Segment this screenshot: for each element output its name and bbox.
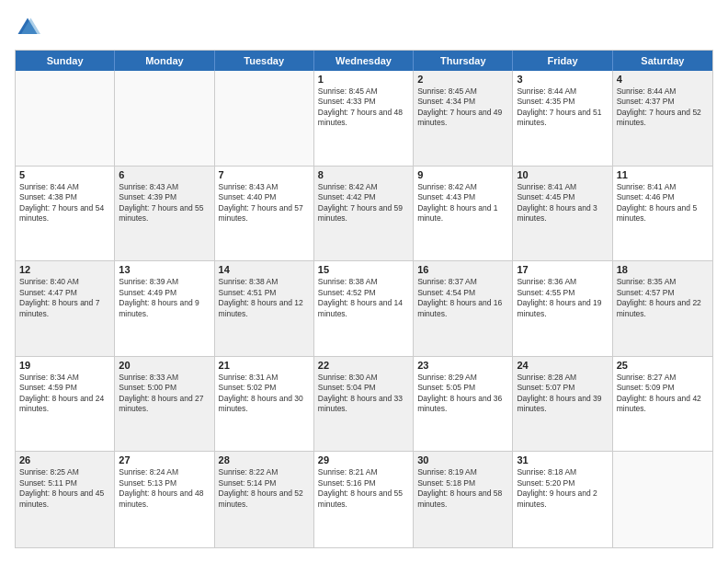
cell-info: Sunrise: 8:43 AM Sunset: 4:39 PM Dayligh…: [119, 182, 210, 224]
day-number: 31: [517, 454, 608, 465]
cell-info: Sunrise: 8:44 AM Sunset: 4:35 PM Dayligh…: [517, 86, 608, 129]
cell-info: Sunrise: 8:35 AM Sunset: 4:57 PM Dayligh…: [617, 277, 709, 319]
weekday-header: Wednesday: [314, 51, 414, 71]
day-number: 19: [19, 360, 110, 371]
calendar-header: SundayMondayTuesdayWednesdayThursdayFrid…: [16, 51, 712, 71]
calendar-cell: 8Sunrise: 8:42 AM Sunset: 4:42 PM Daylig…: [314, 167, 414, 261]
calendar-cell: 27Sunrise: 8:24 AM Sunset: 5:13 PM Dayli…: [115, 452, 214, 547]
calendar-cell: 12Sunrise: 8:40 AM Sunset: 4:47 PM Dayli…: [16, 261, 115, 356]
cell-info: Sunrise: 8:39 AM Sunset: 4:49 PM Dayligh…: [119, 277, 210, 319]
cell-info: Sunrise: 8:42 AM Sunset: 4:43 PM Dayligh…: [417, 182, 508, 224]
cell-info: Sunrise: 8:40 AM Sunset: 4:47 PM Dayligh…: [19, 277, 110, 319]
day-number: 22: [318, 360, 409, 371]
day-number: 16: [417, 264, 508, 275]
cell-info: Sunrise: 8:29 AM Sunset: 5:05 PM Dayligh…: [417, 373, 508, 415]
day-number: 2: [417, 74, 508, 85]
cell-info: Sunrise: 8:43 AM Sunset: 4:40 PM Dayligh…: [219, 182, 310, 224]
calendar-cell: 13Sunrise: 8:39 AM Sunset: 4:49 PM Dayli…: [115, 261, 214, 356]
day-number: 7: [219, 169, 310, 180]
calendar-cell: 28Sunrise: 8:22 AM Sunset: 5:14 PM Dayli…: [215, 452, 314, 547]
cell-info: Sunrise: 8:19 AM Sunset: 5:18 PM Dayligh…: [417, 467, 508, 510]
day-number: 1: [318, 74, 409, 85]
cell-info: Sunrise: 8:37 AM Sunset: 4:54 PM Dayligh…: [417, 277, 508, 319]
cell-info: Sunrise: 8:38 AM Sunset: 4:52 PM Dayligh…: [318, 277, 409, 319]
header: [15, 15, 713, 40]
cell-info: Sunrise: 8:36 AM Sunset: 4:55 PM Dayligh…: [517, 277, 608, 319]
logo-icon: [15, 15, 40, 40]
calendar-cell: 16Sunrise: 8:37 AM Sunset: 4:54 PM Dayli…: [414, 261, 513, 356]
calendar-cell: 6Sunrise: 8:43 AM Sunset: 4:39 PM Daylig…: [115, 167, 214, 261]
day-number: 3: [517, 74, 608, 85]
calendar-cell: 26Sunrise: 8:25 AM Sunset: 5:11 PM Dayli…: [16, 452, 115, 547]
day-number: 11: [617, 169, 709, 180]
day-number: 15: [318, 264, 409, 275]
day-number: 29: [318, 454, 409, 465]
weekday-header: Monday: [115, 51, 214, 71]
day-number: 5: [19, 169, 110, 180]
calendar-cell: 3Sunrise: 8:44 AM Sunset: 4:35 PM Daylig…: [513, 71, 612, 166]
cell-info: Sunrise: 8:34 AM Sunset: 4:59 PM Dayligh…: [19, 373, 110, 415]
calendar-week: 26Sunrise: 8:25 AM Sunset: 5:11 PM Dayli…: [16, 452, 712, 547]
day-number: 13: [119, 264, 210, 275]
weekday-header: Thursday: [414, 51, 513, 71]
calendar-cell: 18Sunrise: 8:35 AM Sunset: 4:57 PM Dayli…: [613, 261, 712, 356]
cell-info: Sunrise: 8:25 AM Sunset: 5:11 PM Dayligh…: [19, 467, 110, 510]
cell-info: Sunrise: 8:41 AM Sunset: 4:45 PM Dayligh…: [517, 182, 608, 224]
day-number: 26: [19, 454, 110, 465]
cell-info: Sunrise: 8:22 AM Sunset: 5:14 PM Dayligh…: [219, 467, 310, 510]
calendar-cell: 22Sunrise: 8:30 AM Sunset: 5:04 PM Dayli…: [314, 357, 414, 452]
weekday-header: Friday: [513, 51, 612, 71]
calendar-cell: 1Sunrise: 8:45 AM Sunset: 4:33 PM Daylig…: [314, 71, 414, 166]
day-number: 12: [19, 264, 110, 275]
day-number: 28: [219, 454, 310, 465]
calendar-cell: 10Sunrise: 8:41 AM Sunset: 4:45 PM Dayli…: [513, 167, 612, 261]
cell-info: Sunrise: 8:38 AM Sunset: 4:51 PM Dayligh…: [219, 277, 310, 319]
calendar-body: 1Sunrise: 8:45 AM Sunset: 4:33 PM Daylig…: [16, 71, 712, 547]
calendar-cell: 25Sunrise: 8:27 AM Sunset: 5:09 PM Dayli…: [613, 357, 712, 452]
calendar: SundayMondayTuesdayWednesdayThursdayFrid…: [15, 50, 713, 548]
calendar-cell: 15Sunrise: 8:38 AM Sunset: 4:52 PM Dayli…: [314, 261, 414, 356]
calendar-cell: 19Sunrise: 8:34 AM Sunset: 4:59 PM Dayli…: [16, 357, 115, 452]
cell-info: Sunrise: 8:28 AM Sunset: 5:07 PM Dayligh…: [517, 373, 608, 415]
logo: [15, 15, 44, 40]
cell-info: Sunrise: 8:27 AM Sunset: 5:09 PM Dayligh…: [617, 373, 709, 415]
calendar-cell: [115, 71, 214, 166]
cell-info: Sunrise: 8:21 AM Sunset: 5:16 PM Dayligh…: [318, 467, 409, 510]
calendar-week: 1Sunrise: 8:45 AM Sunset: 4:33 PM Daylig…: [16, 71, 712, 167]
calendar-week: 12Sunrise: 8:40 AM Sunset: 4:47 PM Dayli…: [16, 261, 712, 357]
calendar-cell: 20Sunrise: 8:33 AM Sunset: 5:00 PM Dayli…: [115, 357, 214, 452]
calendar-cell: 4Sunrise: 8:44 AM Sunset: 4:37 PM Daylig…: [613, 71, 712, 166]
day-number: 21: [219, 360, 310, 371]
calendar-cell: 2Sunrise: 8:45 AM Sunset: 4:34 PM Daylig…: [414, 71, 513, 166]
weekday-header: Tuesday: [215, 51, 314, 71]
cell-info: Sunrise: 8:44 AM Sunset: 4:38 PM Dayligh…: [19, 182, 110, 224]
cell-info: Sunrise: 8:45 AM Sunset: 4:34 PM Dayligh…: [417, 86, 508, 129]
calendar-cell: 30Sunrise: 8:19 AM Sunset: 5:18 PM Dayli…: [414, 452, 513, 547]
day-number: 30: [417, 454, 508, 465]
page: SundayMondayTuesdayWednesdayThursdayFrid…: [0, 0, 728, 563]
day-number: 4: [617, 74, 709, 85]
cell-info: Sunrise: 8:31 AM Sunset: 5:02 PM Dayligh…: [219, 373, 310, 415]
cell-info: Sunrise: 8:24 AM Sunset: 5:13 PM Dayligh…: [119, 467, 210, 510]
day-number: 14: [219, 264, 310, 275]
calendar-cell: 11Sunrise: 8:41 AM Sunset: 4:46 PM Dayli…: [613, 167, 712, 261]
cell-info: Sunrise: 8:41 AM Sunset: 4:46 PM Dayligh…: [617, 182, 709, 224]
day-number: 25: [617, 360, 709, 371]
calendar-cell: 14Sunrise: 8:38 AM Sunset: 4:51 PM Dayli…: [215, 261, 314, 356]
cell-info: Sunrise: 8:44 AM Sunset: 4:37 PM Dayligh…: [617, 86, 709, 129]
calendar-cell: 24Sunrise: 8:28 AM Sunset: 5:07 PM Dayli…: [513, 357, 612, 452]
calendar-cell: 31Sunrise: 8:18 AM Sunset: 5:20 PM Dayli…: [513, 452, 612, 547]
calendar-cell: 5Sunrise: 8:44 AM Sunset: 4:38 PM Daylig…: [16, 167, 115, 261]
cell-info: Sunrise: 8:42 AM Sunset: 4:42 PM Dayligh…: [318, 182, 409, 224]
day-number: 17: [517, 264, 608, 275]
day-number: 6: [119, 169, 210, 180]
day-number: 27: [119, 454, 210, 465]
calendar-cell: [16, 71, 115, 166]
day-number: 20: [119, 360, 210, 371]
day-number: 24: [517, 360, 608, 371]
cell-info: Sunrise: 8:33 AM Sunset: 5:00 PM Dayligh…: [119, 373, 210, 415]
calendar-cell: [215, 71, 314, 166]
cell-info: Sunrise: 8:18 AM Sunset: 5:20 PM Dayligh…: [517, 467, 608, 510]
calendar-week: 5Sunrise: 8:44 AM Sunset: 4:38 PM Daylig…: [16, 167, 712, 262]
calendar-cell: 9Sunrise: 8:42 AM Sunset: 4:43 PM Daylig…: [414, 167, 513, 261]
